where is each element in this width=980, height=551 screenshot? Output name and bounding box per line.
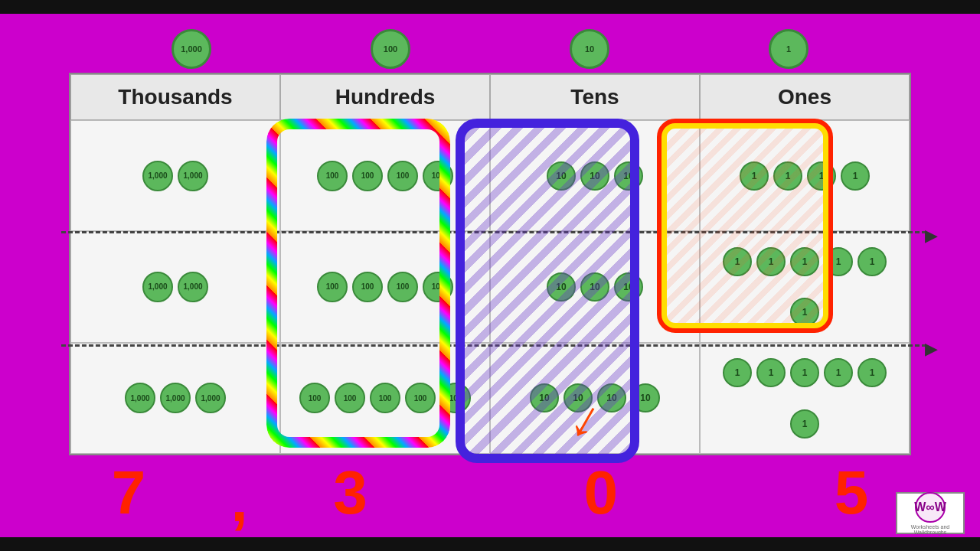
coin-1: 1 <box>841 161 870 191</box>
logo-inner: W∞W Worksheets andWalkthroughs <box>911 492 949 535</box>
coin-100: 100 <box>370 383 400 413</box>
digit-0: 0 <box>583 458 618 528</box>
coin-1: 1 <box>773 161 802 191</box>
coin-1: 1 <box>807 161 836 191</box>
coin-100: 100 <box>317 161 348 191</box>
coin-100: 100 <box>317 272 348 302</box>
coin-100: 100 <box>299 383 330 413</box>
cell-thousands-2: 1,000 1,000 <box>70 231 280 342</box>
coin-100: 100 <box>387 272 418 302</box>
cell-ones-3: 1 1 1 1 1 1 <box>700 343 910 454</box>
cell-hundreds-3: 100 100 100 100 100 <box>280 343 490 454</box>
coin-1k: 1,000 <box>142 161 173 191</box>
header-thousands: Thousands <box>70 74 280 120</box>
coin-1: 1 <box>790 247 819 276</box>
coin-1: 1 <box>723 247 752 276</box>
comma: , <box>231 465 248 536</box>
top-coin-hundreds: 100 <box>371 29 410 69</box>
black-bar-bottom <box>0 537 980 551</box>
coin-1: 1 <box>790 409 819 439</box>
coin-100: 100 <box>423 161 453 191</box>
logo-icon: W∞W <box>915 492 946 523</box>
coin-10: 10 <box>614 272 643 302</box>
header-hundreds: Hundreds <box>280 74 490 120</box>
coin-1: 1 <box>858 358 887 387</box>
coin-1: 1 <box>790 358 819 387</box>
top-coins-row: 1,000 100 10 1 <box>0 29 980 69</box>
coin-1: 1 <box>723 358 752 387</box>
digit-3: 3 <box>333 458 368 528</box>
coin-1k: 1,000 <box>125 383 155 413</box>
black-bar-top <box>0 0 980 14</box>
coin-10: 10 <box>580 161 609 191</box>
bottom-numbers: 7 , 3 0 5 <box>0 450 980 536</box>
coin-10: 10 <box>530 383 559 412</box>
logo-text: Worksheets andWalkthroughs <box>911 524 949 535</box>
dashed-arrow-1: ▶ <box>925 226 938 246</box>
coin-1k: 1,000 <box>178 161 208 191</box>
coin-100: 100 <box>352 272 383 302</box>
top-coin-tens: 10 <box>570 29 609 69</box>
coin-1k: 1,000 <box>142 272 173 302</box>
coin-1: 1 <box>858 247 887 276</box>
coin-10: 10 <box>597 383 626 412</box>
digit-5: 5 <box>835 458 869 528</box>
coin-10: 10 <box>580 272 609 302</box>
coin-1k: 1,000 <box>195 383 226 413</box>
cell-ones-2: 1 1 1 1 1 1 <box>700 231 910 342</box>
coin-1: 1 <box>824 247 853 276</box>
cell-thousands-3: 1,000 1,000 1,000 <box>70 343 280 454</box>
coin-100: 100 <box>387 161 418 191</box>
digit-7: 7 <box>112 458 146 528</box>
coin-100: 100 <box>335 383 365 413</box>
coin-100: 100 <box>405 383 436 413</box>
cell-tens-1: 10 10 10 <box>490 120 700 231</box>
coin-10: 10 <box>631 383 660 412</box>
cell-tens-3: 10 10 10 10 <box>490 343 700 454</box>
cell-hundreds-2: 100 100 100 100 <box>280 231 490 342</box>
coin-10: 10 <box>564 383 593 412</box>
coin-1k: 1,000 <box>178 272 208 302</box>
dashed-arrow-2: ▶ <box>925 339 938 359</box>
top-coin-ones: 1 <box>769 29 808 69</box>
coin-10: 10 <box>547 161 576 191</box>
cell-tens-2: 10 10 10 <box>490 231 700 342</box>
cell-ones-1: 1 1 1 1 <box>700 120 910 231</box>
header-tens: Tens <box>490 74 700 120</box>
coin-1k: 1,000 <box>160 383 191 413</box>
coin-10: 10 <box>614 161 643 191</box>
coin-1: 1 <box>756 358 786 387</box>
coin-1: 1 <box>824 358 853 387</box>
coin-10: 10 <box>547 272 576 302</box>
cell-hundreds-1: 100 100 100 100 <box>280 120 490 231</box>
top-coin-thousands: 1,000 <box>172 29 211 69</box>
place-value-table: Thousands Hundreds Tens Ones 1,000 1,000… <box>69 73 911 455</box>
coin-100: 100 <box>440 383 471 413</box>
cell-thousands-1: 1,000 1,000 <box>70 120 280 231</box>
logo: W∞W Worksheets andWalkthroughs <box>896 492 965 534</box>
header-ones: Ones <box>700 74 910 120</box>
coin-1: 1 <box>790 298 819 327</box>
coin-1: 1 <box>740 161 769 191</box>
coin-100: 100 <box>423 272 453 302</box>
coin-100: 100 <box>352 161 383 191</box>
coin-1: 1 <box>756 247 786 276</box>
